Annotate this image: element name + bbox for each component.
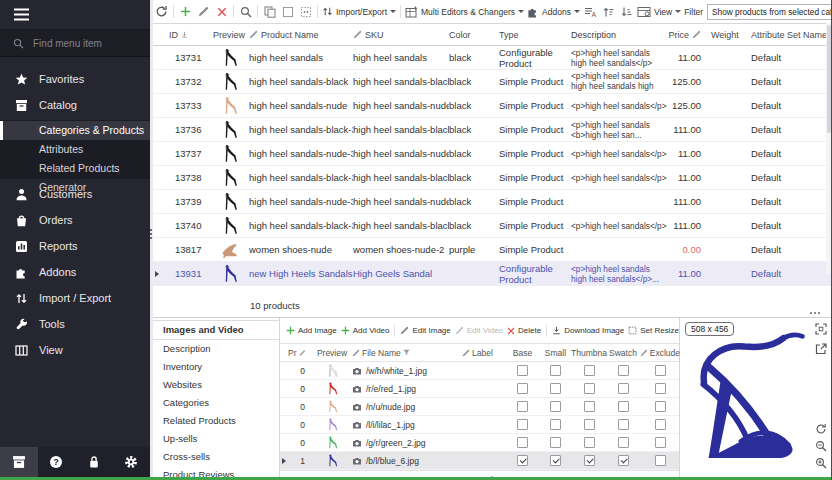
delete-image-button[interactable]: Delete <box>507 326 541 335</box>
cell-attribute-set[interactable]: Default <box>751 76 832 87</box>
column-header-price[interactable]: Price <box>667 30 711 40</box>
cell-product-name[interactable]: high heel sandals-black-38 <box>249 220 353 231</box>
column-header-product-name[interactable]: Product Name <box>249 30 353 40</box>
cell-id[interactable]: 13736 <box>163 124 209 135</box>
sidebar-search[interactable] <box>0 29 150 57</box>
base-checkbox[interactable] <box>517 455 528 466</box>
cell-description[interactable]: <p>high heel sandals high heel sandals h… <box>571 71 667 92</box>
column-header-description[interactable]: Description <box>571 30 667 40</box>
column-header-type[interactable]: Type <box>499 30 571 40</box>
edit-image-button[interactable]: Edit Image <box>400 326 450 335</box>
cell-preview[interactable] <box>209 240 249 259</box>
open-external-button[interactable] <box>815 343 827 355</box>
cell-sku[interactable]: high heel sandals-black-38 <box>353 220 449 231</box>
column-header-weight[interactable]: Weight <box>711 30 751 40</box>
column-header-exclude[interactable]: Exclude <box>640 348 680 358</box>
product-row[interactable]: 13931new High Heels SandalsHigh Geels Sa… <box>150 262 832 286</box>
cell-color[interactable]: black <box>449 172 499 183</box>
thumbnail-checkbox[interactable] <box>584 437 595 448</box>
column-header-id[interactable]: ID <box>163 30 209 40</box>
base-checkbox[interactable] <box>517 365 528 376</box>
sidebar-item-orders[interactable]: Orders <box>0 207 150 233</box>
cell-product-name[interactable]: high heel sandals-black-36 <box>249 124 353 135</box>
menu-search-input[interactable] <box>31 37 135 50</box>
cell-type[interactable]: Simple Product <box>499 76 571 87</box>
small-checkbox[interactable] <box>550 437 561 448</box>
column-header-thumbnail[interactable]: Thumbna <box>572 348 606 358</box>
cell-color[interactable]: black <box>449 52 499 63</box>
cell-product-name[interactable]: high heel sandals-nude-37 <box>249 196 353 207</box>
cell-preview[interactable] <box>209 216 249 235</box>
fit-to-screen-button[interactable] <box>815 323 827 335</box>
small-checkbox[interactable] <box>550 365 561 376</box>
thumbnail-checkbox[interactable] <box>584 365 595 376</box>
rotate-image-button[interactable] <box>815 423 827 435</box>
cell-price[interactable]: 11.00 <box>667 52 711 63</box>
add-image-button[interactable]: Add Image <box>286 326 337 335</box>
cell-type[interactable]: Simple Product <box>499 148 571 159</box>
edit-video-button[interactable]: Edit Video <box>455 326 503 335</box>
cell-position[interactable]: 1 <box>288 456 312 466</box>
cell-preview[interactable] <box>312 382 352 395</box>
cell-product-name[interactable]: high heel sandals-black <box>249 76 353 87</box>
cell-sku[interactable]: high heel sandals-black <box>353 76 449 87</box>
cell-product-name[interactable]: new High Heels Sandals <box>249 268 353 279</box>
category-filter-select[interactable]: Show products from selected categories <box>707 4 832 20</box>
column-header-preview[interactable]: Preview <box>209 30 249 40</box>
cell-preview[interactable] <box>312 436 352 449</box>
thumbnail-checkbox[interactable] <box>584 383 595 394</box>
cell-sku[interactable]: high heel sandals-black-36 <box>353 124 449 135</box>
cell-description[interactable]: <p>high heel sandals high heel sandals</… <box>571 48 667 68</box>
cell-price[interactable]: 125.00 <box>667 76 711 87</box>
cell-sku[interactable]: women shoes-nude-2 <box>353 244 449 255</box>
cell-sku[interactable]: high heel sandals <box>353 52 449 63</box>
cell-description[interactable]: <p>high heel sandals <b>high heel san... <box>571 120 667 140</box>
cell-preview[interactable] <box>312 418 352 431</box>
sort-descending-button[interactable] <box>619 4 634 20</box>
cell-sku[interactable]: high heel sandals-nude-37 <box>353 196 449 207</box>
cell-attribute-set[interactable]: Default <box>751 244 832 255</box>
cell-price[interactable]: 125.00 <box>667 100 711 111</box>
multi-editors-changers-menu[interactable]: Multi Editors & Changers <box>405 6 524 18</box>
cell-type[interactable]: Simple Product <box>499 220 571 231</box>
sidebar-item-reports[interactable]: Reports <box>0 233 150 259</box>
column-header-sku[interactable]: SKU <box>353 30 449 40</box>
column-header-attribute-set[interactable]: Attribute Set Name <box>751 30 832 40</box>
cell-description[interactable]: <p>high heel sandals</p> <box>571 149 667 159</box>
paste-special-button[interactable] <box>298 4 313 20</box>
cell-description[interactable]: <p>high heel sandals</p> <box>571 173 667 183</box>
sidebar-item-favorites[interactable]: Favorites <box>0 66 150 92</box>
tab-categories[interactable]: Categories <box>150 394 279 412</box>
cell-preview[interactable] <box>312 364 352 377</box>
image-row[interactable]: 1/b/l/blue_6.jpg <box>280 452 679 470</box>
settings-gear-button[interactable] <box>113 447 151 477</box>
swatch-checkbox[interactable] <box>618 419 629 430</box>
cell-preview[interactable] <box>209 168 249 187</box>
thumbnail-checkbox[interactable] <box>584 401 595 412</box>
column-header-file-name[interactable]: File Name <box>352 348 462 358</box>
cell-type[interactable]: Configurable Product <box>499 263 571 285</box>
cell-attribute-set[interactable]: Default <box>751 100 832 111</box>
cell-preview[interactable] <box>312 454 352 467</box>
cell-id[interactable]: 13733 <box>163 100 209 111</box>
image-row[interactable]: 0/r/e/red_1.jpg <box>280 380 679 398</box>
cell-attribute-set[interactable]: Default <box>751 196 832 207</box>
small-checkbox[interactable] <box>550 401 561 412</box>
tab-websites[interactable]: Websites <box>150 376 279 394</box>
cell-product-name[interactable]: high heel sandals-nude <box>249 100 353 111</box>
cell-preview[interactable] <box>209 264 249 283</box>
swatch-checkbox[interactable] <box>618 437 629 448</box>
vertical-scrollbar[interactable] <box>826 23 832 274</box>
cell-id[interactable]: 13740 <box>163 220 209 231</box>
cell-position[interactable]: 0 <box>288 420 312 430</box>
swatch-checkbox[interactable] <box>618 455 629 466</box>
column-header-color[interactable]: Color <box>449 30 499 40</box>
cell-sku[interactable]: high heel sandals-black-37 <box>353 172 449 183</box>
tab-cross-sells[interactable]: Cross-sells <box>150 448 279 466</box>
cell-file-name[interactable]: /n/u/nude.jpg <box>352 402 462 412</box>
cell-description[interactable]: <p>high heel sandals</p> <box>571 101 667 111</box>
cell-price[interactable]: 111.00 <box>667 124 711 135</box>
cell-type[interactable]: Simple Product <box>499 196 571 207</box>
product-row[interactable]: 13736high heel sandals-black-36high heel… <box>150 118 832 142</box>
swatch-checkbox[interactable] <box>618 401 629 412</box>
